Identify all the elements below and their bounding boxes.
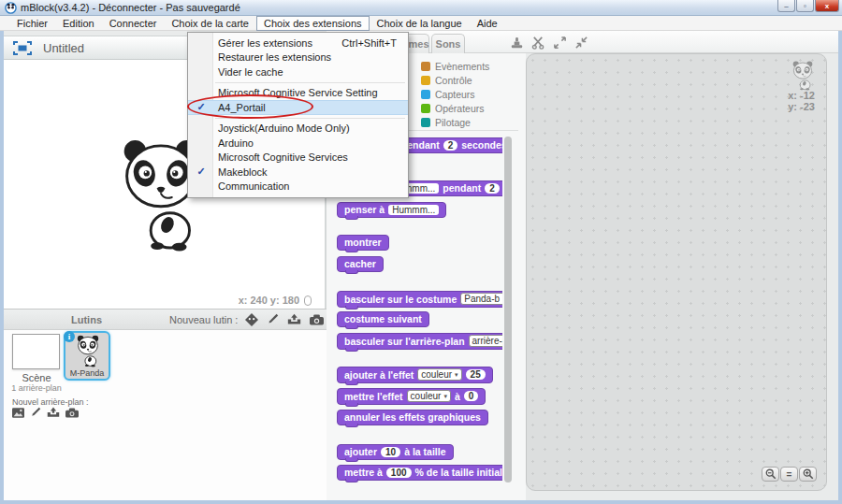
chevron-down-icon: ▾ xyxy=(455,371,458,379)
block-label: secondes xyxy=(461,139,502,151)
block-dropdown[interactable]: Panda-b▾ xyxy=(460,293,502,305)
block-text-field[interactable]: Hummm... xyxy=(388,205,439,215)
maximize-button[interactable]: ▫ xyxy=(796,0,814,12)
backdrop-library-icon[interactable] xyxy=(12,408,24,418)
upload-sprite-icon[interactable] xyxy=(287,313,301,325)
mouse-coordinates: x:240 y:180 xyxy=(239,295,312,306)
category-opérateurs[interactable]: Opérateurs xyxy=(421,101,489,115)
scissors-delete-icon[interactable] xyxy=(531,36,545,50)
sprite-name: M-Panda xyxy=(65,368,109,378)
palette-block[interactable]: montrer xyxy=(337,235,389,251)
menu-fichier[interactable]: Fichier xyxy=(9,16,55,31)
tab-sons[interactable]: Sons xyxy=(431,34,465,53)
palette-scrollbar[interactable] xyxy=(504,137,512,482)
block-label: annuler les effets graphiques xyxy=(344,411,481,423)
sprite-x-coordinate: x: -12 xyxy=(788,90,815,101)
block-label: à xyxy=(455,391,460,402)
title-bar[interactable]: mBlock(v3.4.2) - Déconnecter - Pas sauve… xyxy=(0,0,842,16)
block-label: costume suivant xyxy=(344,313,422,324)
sprite-pane-header: Lutins Nouveau lutin : xyxy=(4,309,327,330)
mblock-window: mBlock(v3.4.2) - Déconnecter - Pas sauve… xyxy=(0,0,842,504)
minimize-button[interactable]: – xyxy=(777,0,795,12)
stamp-duplicate-icon[interactable] xyxy=(510,36,524,50)
sprite-tile-m-panda[interactable]: i M-Panda xyxy=(64,331,110,381)
shrink-sprite-icon[interactable] xyxy=(574,36,588,50)
paintbrush-icon[interactable] xyxy=(267,313,279,325)
new-backdrop-label: Nouvel arrière-plan : xyxy=(12,397,89,407)
palette-block[interactable]: penser àHummm... xyxy=(337,202,446,218)
block-number-field[interactable]: 10 xyxy=(381,447,400,457)
zoom-reset-button[interactable]: = xyxy=(780,467,798,482)
chevron-down-icon: ▾ xyxy=(443,393,447,400)
stage-thumbnail[interactable] xyxy=(12,334,60,369)
block-dropdown[interactable]: couleur▾ xyxy=(417,368,461,381)
category-contrôle[interactable]: Contrôle xyxy=(421,73,489,87)
palette-block[interactable]: cacher xyxy=(337,256,384,272)
block-number-field[interactable]: 0 xyxy=(464,391,479,401)
fullscreen-icon[interactable] xyxy=(13,41,32,55)
category-color-swatch xyxy=(421,118,430,127)
block-number-field[interactable]: 25 xyxy=(466,369,486,380)
menu-item-label: Arduino xyxy=(218,137,254,149)
category-capteurs[interactable]: Capteurs xyxy=(421,87,489,101)
menu-choix-de-la-carte[interactable]: Choix de la carte xyxy=(164,16,256,31)
menu-item-makeblock[interactable]: ✓Makeblock xyxy=(188,165,408,180)
menu-edition[interactable]: Edition xyxy=(55,16,102,31)
new-sprite-library-icon[interactable] xyxy=(245,313,258,326)
palette-block[interactable]: basculer sur l'arrière-planarrière-plan1… xyxy=(337,333,502,350)
block-dropdown[interactable]: couleur▾ xyxy=(407,390,451,402)
menu-item-arduino[interactable]: Arduino xyxy=(188,136,408,151)
block-number-field[interactable]: 100 xyxy=(386,468,412,478)
red-annotation-oval xyxy=(187,94,313,119)
magnifier-minus-icon xyxy=(765,468,777,480)
block-number-field[interactable]: 2 xyxy=(485,183,500,194)
category-label: Evènements xyxy=(435,61,489,72)
menu-item-label: Microsoft Cognitive Services xyxy=(218,151,348,163)
category-color-swatch xyxy=(421,62,430,71)
block-dropdown[interactable]: arrière-plan1▾ xyxy=(469,335,502,347)
palette-block[interactable]: basculer sur le costumePanda-b▾ xyxy=(337,291,502,308)
menu-item-microsoft-cognitive-services[interactable]: Microsoft Cognitive Services xyxy=(188,151,408,166)
stage-name[interactable]: Scène xyxy=(4,372,69,383)
block-label: mettre à xyxy=(344,467,383,478)
camera-icon[interactable] xyxy=(310,314,324,325)
menu-item-joystick-arduino-mode-only-[interactable]: Joystick(Arduino Mode Only) xyxy=(188,122,408,137)
menu-connecter[interactable]: Connecter xyxy=(102,16,165,31)
menu-item-restaurer-les-extensions[interactable]: Restaurer les extensions xyxy=(188,50,408,65)
palette-block[interactable]: ajouter10à la taille xyxy=(337,444,454,460)
palette-block[interactable]: mettre à100% de la taille initiale xyxy=(337,465,502,481)
palette-block[interactable]: costume suivant xyxy=(337,311,429,327)
block-label: basculer sur le costume xyxy=(344,294,457,305)
category-pilotage[interactable]: Pilotage xyxy=(421,115,489,129)
menu-choix-des-extensions[interactable]: Choix des extensions xyxy=(256,16,370,31)
grow-sprite-icon[interactable] xyxy=(553,36,567,50)
close-button[interactable]: x xyxy=(815,0,839,12)
menu-item-g-rer-les-extensions[interactable]: Gérer les extensionsCtrl+Shift+T xyxy=(188,36,408,50)
palette-block[interactable]: ajouter à l'effetcouleur▾25 xyxy=(337,367,493,383)
menu-aide[interactable]: Aide xyxy=(470,16,505,31)
palette-block[interactable]: annuler les effets graphiques xyxy=(337,410,488,425)
zoom-in-button[interactable] xyxy=(799,467,817,482)
menu-item-communication[interactable]: Communication xyxy=(188,180,408,194)
block-label: mettre l'effet xyxy=(344,391,403,402)
block-number-field[interactable]: 2 xyxy=(443,140,458,151)
script-area[interactable]: x: -12 y: -23 = xyxy=(526,53,827,491)
upload-backdrop-icon[interactable] xyxy=(47,407,60,418)
palette-block[interactable]: mettre l'effetcouleur▾à0 xyxy=(337,388,486,405)
category-color-swatch xyxy=(421,76,430,85)
menu-item-vider-le-cache[interactable]: Vider le cache xyxy=(188,65,408,79)
project-title[interactable]: Untitled xyxy=(43,41,84,55)
category-evènements[interactable]: Evènements xyxy=(421,59,489,73)
camera-icon[interactable] xyxy=(65,408,79,418)
category-label: Contrôle xyxy=(435,75,472,86)
block-label: penser à xyxy=(344,204,385,215)
category-label: Capteurs xyxy=(435,89,475,100)
sprite-info-icon[interactable]: i xyxy=(64,331,75,342)
menu-item-label: Joystick(Arduino Mode Only) xyxy=(218,122,350,134)
magnifier-plus-icon xyxy=(803,468,814,480)
paintbrush-icon[interactable] xyxy=(30,407,41,418)
zoom-out-button[interactable] xyxy=(762,467,779,482)
menu-choix-de-la-langue[interactable]: Choix de la langue xyxy=(370,16,470,31)
sprites-label: Lutins xyxy=(71,314,102,325)
menu-item-label: Gérer les extensions xyxy=(218,37,312,49)
